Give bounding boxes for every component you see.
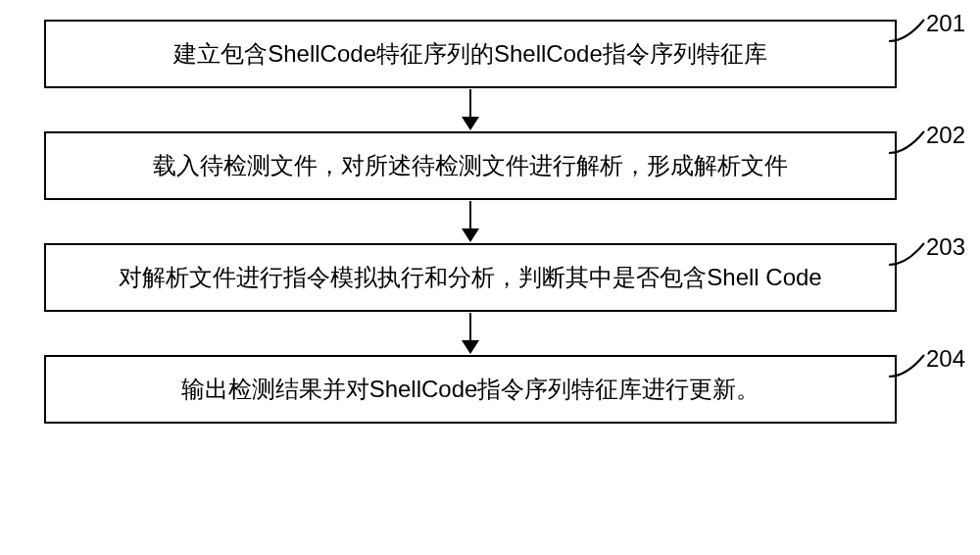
arrow-down-icon — [462, 312, 479, 355]
step-box-201: 建立包含ShellCode特征序列的ShellCode指令序列特征库 — [44, 20, 897, 88]
step-label-201: 201 — [926, 10, 965, 37]
step-label-202: 202 — [926, 122, 965, 149]
step-box-203: 对解析文件进行指令模拟执行和分析，判断其中是否包含Shell Code — [44, 243, 897, 312]
flowchart: 建立包含ShellCode特征序列的ShellCode指令序列特征库 载入待检测… — [39, 20, 902, 424]
step-label-204: 204 — [926, 345, 965, 373]
step-label-203: 203 — [926, 233, 965, 261]
step-text: 对解析文件进行指令模拟执行和分析，判断其中是否包含Shell Code — [119, 261, 821, 294]
arrow-down-icon — [462, 88, 479, 131]
step-text: 建立包含ShellCode特征序列的ShellCode指令序列特征库 — [173, 37, 766, 71]
arrow-down-icon — [462, 200, 479, 243]
step-box-202: 载入待检测文件，对所述待检测文件进行解析，形成解析文件 — [44, 131, 897, 200]
step-text: 输出检测结果并对ShellCode指令序列特征库进行更新。 — [181, 373, 760, 406]
step-text: 载入待检测文件，对所述待检测文件进行解析，形成解析文件 — [153, 149, 788, 182]
step-box-204: 输出检测结果并对ShellCode指令序列特征库进行更新。 — [44, 355, 897, 424]
